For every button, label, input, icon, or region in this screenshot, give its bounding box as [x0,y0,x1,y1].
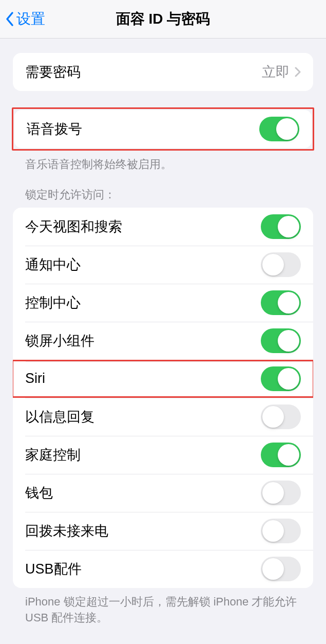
lock-access-row: USB配件 [13,550,313,588]
lock-access-toggle[interactable] [261,252,301,277]
lock-access-toggle[interactable] [261,214,301,239]
require-passcode-label: 需要密码 [25,63,81,81]
lock-access-label: 以信息回复 [25,408,94,426]
back-label: 设置 [16,9,45,29]
voice-dial-row: 语音拨号 [14,110,312,148]
lock-access-row: 家庭控制 [13,436,313,474]
voice-dial-toggle[interactable] [259,117,299,141]
lock-access-toggle[interactable] [261,404,301,429]
passcode-group: 需要密码 立即 [13,53,313,91]
lock-access-label: 控制中心 [25,293,81,312]
lock-access-row: Siri [13,360,313,398]
lock-access-toggle[interactable] [261,519,301,543]
lock-access-row: 钱包 [13,474,313,512]
voice-dial-label: 语音拨号 [27,120,82,138]
lock-access-row: 控制中心 [13,284,313,322]
lock-access-toggle[interactable] [261,443,301,467]
lock-access-label: 钱包 [25,484,53,502]
lock-access-label: 锁屏小组件 [25,332,94,350]
lock-access-toggle[interactable] [261,557,301,581]
back-button[interactable]: 设置 [5,9,45,29]
lock-access-label: 今天视图和搜索 [25,217,122,236]
lock-access-row: 以信息回复 [13,398,313,436]
lock-access-label: USB配件 [25,560,82,578]
lock-access-toggle[interactable] [261,328,301,353]
lock-access-label: 家庭控制 [25,446,81,464]
lock-access-toggle[interactable] [261,366,301,391]
lock-access-row: 通知中心 [13,246,313,284]
voice-dial-footer: 音乐语音控制将始终被启用。 [25,157,314,173]
require-passcode-value: 立即 [262,63,290,81]
lock-access-toggle[interactable] [261,290,301,315]
lock-access-row: 锁屏小组件 [13,322,313,360]
lock-access-label: 回拨未接来电 [25,522,108,540]
require-passcode-row[interactable]: 需要密码 立即 [13,53,313,91]
page-title: 面容 ID 与密码 [116,9,210,29]
lock-access-row: 回拨未接来电 [13,512,313,550]
lock-access-toggle[interactable] [261,481,301,505]
lock-access-footer: iPhone 锁定超过一小时后，需先解锁 iPhone 才能允许 USB 配件连… [25,594,301,626]
lock-access-label: 通知中心 [25,255,81,274]
lock-access-group: 今天视图和搜索通知中心控制中心锁屏小组件Siri以信息回复家庭控制钱包回拨未接来… [13,208,313,588]
lock-access-row: 今天视图和搜索 [13,208,313,246]
chevron-right-icon [295,67,301,77]
navigation-bar: 设置 面容 ID 与密码 [0,0,326,39]
lock-access-header: 锁定时允许访问： [25,187,314,203]
chevron-left-icon [5,11,14,27]
lock-access-label: Siri [25,371,45,387]
voice-dial-highlight: 语音拨号 [12,107,314,151]
